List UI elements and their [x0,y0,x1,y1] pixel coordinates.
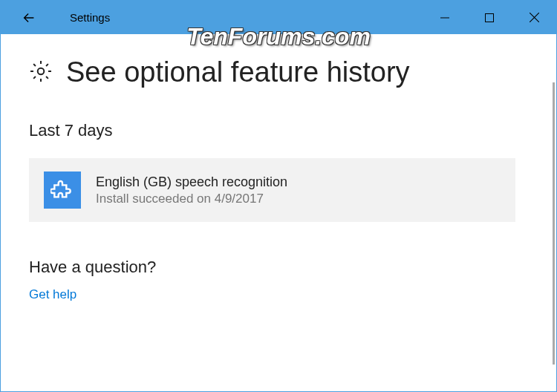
scrollbar[interactable] [553,82,555,365]
titlebar: Settings [1,1,556,34]
feature-name: English (GB) speech recognition [96,174,287,190]
back-arrow-icon [21,10,37,26]
section-title: Last 7 days [29,121,528,140]
gear-icon [29,59,53,86]
help-section-title: Have a question? [29,258,528,277]
window-title: Settings [70,11,110,24]
get-help-link[interactable]: Get help [29,287,528,302]
feature-status: Install succeeded on 4/9/2017 [96,192,287,206]
puzzle-icon [44,172,81,209]
back-button[interactable] [1,1,56,34]
feature-text: English (GB) speech recognition Install … [96,174,287,206]
page-title: See optional feature history [66,56,410,88]
svg-point-1 [38,68,45,74]
close-button[interactable] [512,1,556,34]
maximize-icon [485,13,494,22]
feature-history-item[interactable]: English (GB) speech recognition Install … [29,158,515,222]
content-area: See optional feature history Last 7 days… [1,34,556,391]
maximize-button[interactable] [467,1,512,34]
svg-rect-0 [486,13,494,22]
window-controls [423,1,556,34]
minimize-icon [440,13,449,22]
page-header: See optional feature history [29,56,528,88]
close-icon [530,13,539,22]
minimize-button[interactable] [423,1,467,34]
